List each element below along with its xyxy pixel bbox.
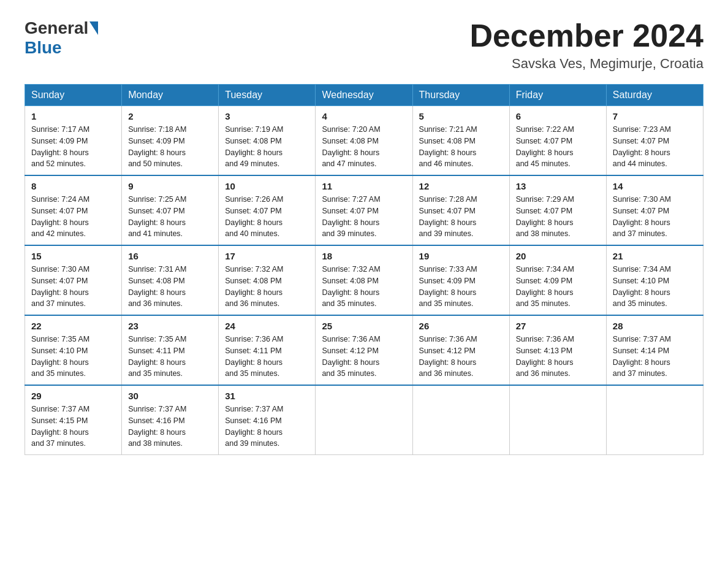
day-number: 5 bbox=[419, 111, 503, 121]
day-number: 25 bbox=[322, 321, 406, 331]
day-info: Sunrise: 7:26 AMSunset: 4:07 PMDaylight:… bbox=[225, 194, 309, 240]
day-number: 30 bbox=[128, 391, 212, 401]
day-info: Sunrise: 7:28 AMSunset: 4:07 PMDaylight:… bbox=[419, 194, 503, 240]
calendar-cell: 18Sunrise: 7:32 AMSunset: 4:08 PMDayligh… bbox=[316, 245, 412, 315]
calendar-cell: 17Sunrise: 7:32 AMSunset: 4:08 PMDayligh… bbox=[219, 245, 316, 315]
calendar-cell: 6Sunrise: 7:22 AMSunset: 4:07 PMDaylight… bbox=[509, 106, 606, 176]
day-info: Sunrise: 7:36 AMSunset: 4:12 PMDaylight:… bbox=[322, 334, 406, 380]
day-number: 21 bbox=[613, 251, 697, 261]
day-number: 26 bbox=[419, 321, 503, 331]
calendar-cell: 29Sunrise: 7:37 AMSunset: 4:15 PMDayligh… bbox=[25, 385, 122, 455]
calendar-cell: 2Sunrise: 7:18 AMSunset: 4:09 PMDaylight… bbox=[122, 106, 219, 176]
day-number: 18 bbox=[322, 251, 406, 261]
calendar-cell bbox=[509, 385, 606, 455]
day-number: 15 bbox=[31, 251, 115, 261]
calendar-cell: 19Sunrise: 7:33 AMSunset: 4:09 PMDayligh… bbox=[412, 245, 509, 315]
day-info: Sunrise: 7:36 AMSunset: 4:11 PMDaylight:… bbox=[225, 334, 309, 380]
calendar-cell: 3Sunrise: 7:19 AMSunset: 4:08 PMDaylight… bbox=[219, 106, 316, 176]
calendar-cell bbox=[316, 385, 412, 455]
day-info: Sunrise: 7:32 AMSunset: 4:08 PMDaylight:… bbox=[225, 264, 309, 310]
calendar-cell: 1Sunrise: 7:17 AMSunset: 4:09 PMDaylight… bbox=[25, 106, 122, 176]
calendar-cell: 21Sunrise: 7:34 AMSunset: 4:10 PMDayligh… bbox=[606, 245, 703, 315]
calendar-cell: 28Sunrise: 7:37 AMSunset: 4:14 PMDayligh… bbox=[606, 315, 703, 385]
day-info: Sunrise: 7:25 AMSunset: 4:07 PMDaylight:… bbox=[128, 194, 212, 240]
day-info: Sunrise: 7:36 AMSunset: 4:13 PMDaylight:… bbox=[516, 334, 600, 380]
logo-blue-text: Blue bbox=[25, 38, 62, 57]
day-number: 3 bbox=[225, 111, 309, 121]
calendar-cell: 5Sunrise: 7:21 AMSunset: 4:08 PMDaylight… bbox=[412, 106, 509, 176]
calendar-week-row: 8Sunrise: 7:24 AMSunset: 4:07 PMDaylight… bbox=[25, 175, 703, 245]
day-info: Sunrise: 7:35 AMSunset: 4:10 PMDaylight:… bbox=[31, 334, 115, 380]
calendar-cell: 27Sunrise: 7:36 AMSunset: 4:13 PMDayligh… bbox=[509, 315, 606, 385]
calendar-cell: 22Sunrise: 7:35 AMSunset: 4:10 PMDayligh… bbox=[25, 315, 122, 385]
calendar-header-friday: Friday bbox=[509, 85, 606, 106]
day-number: 1 bbox=[31, 111, 115, 121]
calendar-cell: 23Sunrise: 7:35 AMSunset: 4:11 PMDayligh… bbox=[122, 315, 219, 385]
calendar-week-row: 1Sunrise: 7:17 AMSunset: 4:09 PMDaylight… bbox=[25, 106, 703, 176]
location-text: Savska Ves, Megimurje, Croatia bbox=[469, 56, 703, 72]
calendar-cell: 4Sunrise: 7:20 AMSunset: 4:08 PMDaylight… bbox=[316, 106, 412, 176]
calendar-cell: 24Sunrise: 7:36 AMSunset: 4:11 PMDayligh… bbox=[219, 315, 316, 385]
day-info: Sunrise: 7:35 AMSunset: 4:11 PMDaylight:… bbox=[128, 334, 212, 380]
day-number: 24 bbox=[225, 321, 309, 331]
day-info: Sunrise: 7:32 AMSunset: 4:08 PMDaylight:… bbox=[322, 264, 406, 310]
calendar-cell: 20Sunrise: 7:34 AMSunset: 4:09 PMDayligh… bbox=[509, 245, 606, 315]
month-title: December 2024 bbox=[469, 18, 703, 53]
day-number: 28 bbox=[613, 321, 697, 331]
day-info: Sunrise: 7:34 AMSunset: 4:10 PMDaylight:… bbox=[613, 264, 697, 310]
day-number: 7 bbox=[613, 111, 697, 121]
day-info: Sunrise: 7:37 AMSunset: 4:16 PMDaylight:… bbox=[225, 404, 309, 450]
day-info: Sunrise: 7:37 AMSunset: 4:15 PMDaylight:… bbox=[31, 404, 115, 450]
calendar-cell: 13Sunrise: 7:29 AMSunset: 4:07 PMDayligh… bbox=[509, 175, 606, 245]
day-number: 19 bbox=[419, 251, 503, 261]
calendar-cell: 31Sunrise: 7:37 AMSunset: 4:16 PMDayligh… bbox=[219, 385, 316, 455]
day-number: 2 bbox=[128, 111, 212, 121]
day-info: Sunrise: 7:27 AMSunset: 4:07 PMDaylight:… bbox=[322, 194, 406, 240]
day-number: 29 bbox=[31, 391, 115, 401]
header: General Blue December 2024 Savska Ves, M… bbox=[25, 18, 703, 72]
logo-triangle-icon bbox=[89, 21, 98, 35]
calendar-cell bbox=[606, 385, 703, 455]
day-info: Sunrise: 7:37 AMSunset: 4:14 PMDaylight:… bbox=[613, 334, 697, 380]
calendar-header-row: SundayMondayTuesdayWednesdayThursdayFrid… bbox=[25, 85, 703, 106]
calendar-cell: 8Sunrise: 7:24 AMSunset: 4:07 PMDaylight… bbox=[25, 175, 122, 245]
day-info: Sunrise: 7:34 AMSunset: 4:09 PMDaylight:… bbox=[516, 264, 600, 310]
calendar-week-row: 22Sunrise: 7:35 AMSunset: 4:10 PMDayligh… bbox=[25, 315, 703, 385]
day-number: 6 bbox=[516, 111, 600, 121]
calendar-header-monday: Monday bbox=[122, 85, 219, 106]
calendar-header-sunday: Sunday bbox=[25, 85, 122, 106]
day-number: 22 bbox=[31, 321, 115, 331]
day-number: 13 bbox=[516, 181, 600, 191]
day-info: Sunrise: 7:22 AMSunset: 4:07 PMDaylight:… bbox=[516, 124, 600, 170]
day-number: 12 bbox=[419, 181, 503, 191]
calendar-cell bbox=[412, 385, 509, 455]
calendar-cell: 14Sunrise: 7:30 AMSunset: 4:07 PMDayligh… bbox=[606, 175, 703, 245]
calendar-cell: 30Sunrise: 7:37 AMSunset: 4:16 PMDayligh… bbox=[122, 385, 219, 455]
calendar-cell: 16Sunrise: 7:31 AMSunset: 4:08 PMDayligh… bbox=[122, 245, 219, 315]
day-info: Sunrise: 7:30 AMSunset: 4:07 PMDaylight:… bbox=[613, 194, 697, 240]
day-number: 11 bbox=[322, 181, 406, 191]
day-number: 27 bbox=[516, 321, 600, 331]
day-info: Sunrise: 7:18 AMSunset: 4:09 PMDaylight:… bbox=[128, 124, 212, 170]
day-number: 17 bbox=[225, 251, 309, 261]
calendar-cell: 26Sunrise: 7:36 AMSunset: 4:12 PMDayligh… bbox=[412, 315, 509, 385]
calendar-cell: 7Sunrise: 7:23 AMSunset: 4:07 PMDaylight… bbox=[606, 106, 703, 176]
calendar-header-saturday: Saturday bbox=[606, 85, 703, 106]
day-number: 20 bbox=[516, 251, 600, 261]
calendar-cell: 11Sunrise: 7:27 AMSunset: 4:07 PMDayligh… bbox=[316, 175, 412, 245]
day-info: Sunrise: 7:37 AMSunset: 4:16 PMDaylight:… bbox=[128, 404, 212, 450]
day-info: Sunrise: 7:17 AMSunset: 4:09 PMDaylight:… bbox=[31, 124, 115, 170]
day-info: Sunrise: 7:24 AMSunset: 4:07 PMDaylight:… bbox=[31, 194, 115, 240]
calendar-table: SundayMondayTuesdayWednesdayThursdayFrid… bbox=[25, 84, 703, 455]
calendar-cell: 9Sunrise: 7:25 AMSunset: 4:07 PMDaylight… bbox=[122, 175, 219, 245]
calendar-week-row: 15Sunrise: 7:30 AMSunset: 4:07 PMDayligh… bbox=[25, 245, 703, 315]
day-number: 8 bbox=[31, 181, 115, 191]
calendar-header-tuesday: Tuesday bbox=[219, 85, 316, 106]
day-info: Sunrise: 7:19 AMSunset: 4:08 PMDaylight:… bbox=[225, 124, 309, 170]
day-number: 16 bbox=[128, 251, 212, 261]
logo-general-text: General bbox=[25, 18, 88, 38]
calendar-cell: 15Sunrise: 7:30 AMSunset: 4:07 PMDayligh… bbox=[25, 245, 122, 315]
day-number: 10 bbox=[225, 181, 309, 191]
day-info: Sunrise: 7:21 AMSunset: 4:08 PMDaylight:… bbox=[419, 124, 503, 170]
day-info: Sunrise: 7:23 AMSunset: 4:07 PMDaylight:… bbox=[613, 124, 697, 170]
